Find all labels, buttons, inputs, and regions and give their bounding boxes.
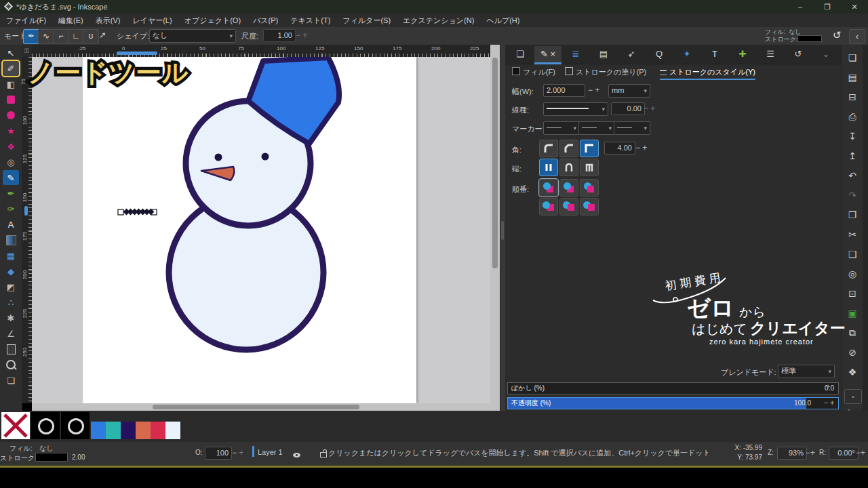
tool-page[interactable] (3, 342, 19, 357)
tab-fill[interactable]: フィル(F) (512, 65, 555, 79)
tool-gradient[interactable] (3, 232, 19, 247)
tab-stroke-style[interactable]: ストロークのスタイル(Y) (660, 65, 755, 80)
horizontal-scrollbar[interactable] (32, 403, 490, 411)
dash-offset-spinner[interactable]: − + (644, 104, 655, 113)
menu-item-3[interactable]: レイヤー(L) (126, 14, 178, 26)
mode-spiro[interactable]: ∿ (38, 29, 54, 44)
layer-lock-icon[interactable] (320, 452, 327, 458)
tool-dropper[interactable]: ◆ (3, 264, 19, 279)
vertical-scrollbar[interactable] (490, 45, 500, 411)
zoom-input[interactable]: 93% (777, 447, 807, 460)
reset-defaults-icon[interactable]: ↺ (833, 29, 842, 41)
tool-ellipse[interactable] (3, 108, 19, 123)
snowman-eye-right[interactable] (262, 153, 269, 161)
cmd-import[interactable]: ↧ (842, 127, 863, 145)
mode-paraxial[interactable]: ∟ (68, 29, 84, 44)
zoom-spinner[interactable]: −+ (806, 448, 815, 458)
layer-name[interactable]: Layer 1 (258, 448, 283, 456)
tab-stroke-paint[interactable]: ストロークの塗り(P) (565, 65, 646, 79)
cmd-copy[interactable]: ❐ (842, 206, 863, 224)
snowman-eye-left[interactable] (215, 154, 222, 161)
canvas-viewport[interactable] (32, 57, 490, 403)
status-stroke-swatch[interactable] (35, 453, 68, 462)
menu-item-8[interactable]: エクステンション(N) (397, 14, 480, 26)
tool-node[interactable]: ✐ (3, 61, 19, 76)
swatch-none[interactable] (1, 412, 30, 439)
swatch-unset-1[interactable] (31, 412, 60, 439)
snowman-drawing[interactable] (32, 57, 490, 403)
dash-pattern-dropdown[interactable]: ▾ (543, 102, 608, 116)
close-button[interactable]: ✕ (841, 0, 868, 14)
menu-item-5[interactable]: パス(P) (247, 14, 284, 26)
tool-selector[interactable]: ↖ (3, 45, 19, 60)
palette-color-1[interactable] (106, 422, 121, 439)
menu-item-7[interactable]: フィルター(S) (336, 14, 397, 26)
cap-square-button[interactable] (580, 159, 599, 176)
tool-3dbox[interactable]: ❖ (3, 139, 19, 154)
maximize-button[interactable]: ❐ (814, 0, 841, 14)
dock-tab-align[interactable]: ☰ (757, 46, 784, 62)
tool-spray[interactable]: ∴ (3, 295, 19, 310)
order-fill-markers-stroke[interactable] (539, 198, 558, 216)
marker-end-dropdown[interactable]: ▾ (614, 121, 650, 135)
splitter-grip[interactable] (501, 221, 504, 240)
dock-tab-path-effects[interactable]: ➶ (618, 46, 645, 62)
dash-offset-input[interactable]: 0.00 (611, 102, 645, 115)
cmd-export[interactable]: ↥ (842, 147, 863, 165)
tool-bucket[interactable]: ◩ (3, 279, 19, 294)
lpe-arrow-icon[interactable]: ➚ (99, 30, 106, 40)
dock-tab-text[interactable]: T (701, 46, 728, 62)
palette-color-5[interactable] (165, 422, 180, 439)
tool-spiral[interactable]: ◎ (3, 155, 19, 169)
selected-nodes[interactable] (123, 209, 155, 216)
dock-tab-object-properties[interactable]: ▤ (590, 46, 617, 62)
miter-limit-input[interactable]: 4.00 (604, 142, 635, 155)
rotation-spinner[interactable]: −+ (856, 448, 865, 458)
menu-item-6[interactable]: テキスト(T) (284, 14, 336, 26)
join-round-button[interactable] (539, 140, 558, 157)
shape-dropdown[interactable]: なし▾ (149, 29, 236, 43)
palette-color-4[interactable] (151, 422, 165, 439)
menu-item-4[interactable]: オブジェクト(O) (178, 14, 247, 26)
dock-tab-layers[interactable]: ≣ (562, 46, 589, 62)
swatch-unset-2[interactable] (61, 412, 90, 439)
path-end-handle[interactable] (118, 209, 123, 215)
status-opacity-spinner[interactable]: − + (232, 448, 243, 458)
order-fill-stroke-markers[interactable] (539, 179, 558, 197)
cmd-print[interactable]: ⎙ (842, 108, 863, 125)
cmd-paste[interactable]: ❑ (842, 245, 863, 263)
cmd-cut[interactable]: ✂ (842, 226, 863, 243)
cmd-group[interactable]: ❖ (842, 363, 863, 381)
opacity-slider[interactable]: 不透明度 (%) 100.0 − + (507, 397, 839, 409)
cap-round-button[interactable] (559, 159, 578, 176)
join-miter-button[interactable] (580, 140, 599, 157)
tool-zoom[interactable] (3, 357, 19, 372)
selected-path-nodes[interactable] (118, 209, 157, 216)
collapse-snapbar-button[interactable]: ‹ (849, 29, 865, 44)
menu-item-0[interactable]: ファイル(F) (0, 14, 52, 26)
v-scroll-thumb[interactable] (492, 58, 498, 268)
order-stroke-fill-markers[interactable] (559, 179, 578, 197)
menu-item-1[interactable]: 編集(E) (52, 14, 90, 26)
tool-text[interactable]: A (3, 217, 19, 232)
scale-input[interactable]: 1.00 (263, 29, 296, 42)
blur-slider[interactable]: ぼかし (%) 0.0 (507, 382, 839, 394)
marker-start-dropdown[interactable]: ▾ (543, 121, 580, 135)
commands-overflow-button[interactable]: ⌄ (844, 389, 862, 404)
rotation-input[interactable]: 0.00° (829, 447, 859, 460)
dock-tab-spray-options[interactable]: ✦ (673, 46, 701, 62)
tool-tweak[interactable]: ✱ (3, 310, 19, 325)
blend-mode-dropdown[interactable]: 標準▾ (778, 365, 835, 378)
dock-tab-document[interactable]: ❏ (507, 46, 534, 62)
cap-butt-button[interactable] (539, 159, 558, 176)
palette-color-2[interactable] (121, 422, 136, 439)
h-scroll-thumb[interactable] (153, 405, 359, 409)
tool-shape-builder[interactable]: ◧ (3, 77, 19, 92)
dock-tab-fill-stroke[interactable]: ✎ × (534, 46, 561, 64)
menu-item-9[interactable]: ヘルプ(H) (480, 14, 526, 26)
order-markers-fill-stroke[interactable] (580, 179, 599, 197)
mode-polyline[interactable]: ⌐ (53, 29, 69, 44)
blur-spinner[interactable]: + (824, 382, 830, 390)
cmd-new[interactable]: ❏ (842, 49, 863, 66)
palette-color-3[interactable] (136, 422, 151, 439)
